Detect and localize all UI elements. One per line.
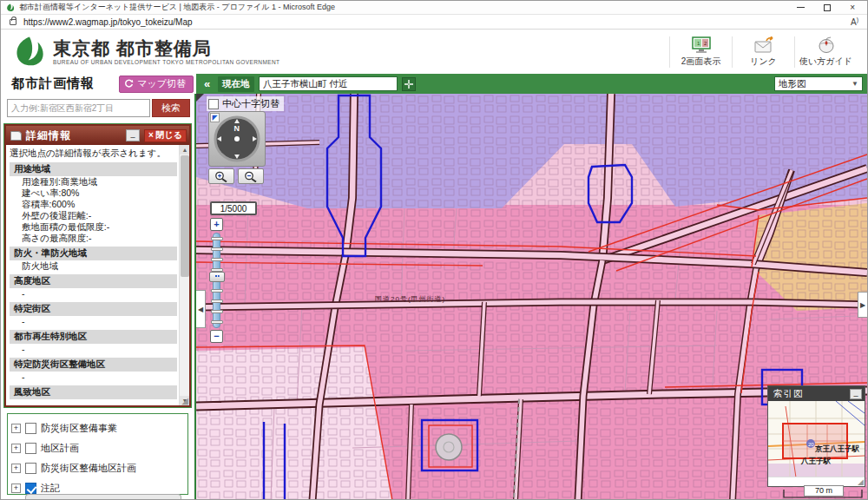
zoom-slider[interactable] bbox=[213, 233, 220, 328]
browser-window: 都市計画情報等インターネット提供サービス | 地図表示 - プロファイル 1 -… bbox=[0, 0, 868, 500]
layer-checkbox[interactable] bbox=[25, 483, 36, 494]
detail-close-button[interactable]: × 閉じる bbox=[144, 129, 187, 142]
basemap-select[interactable]: 地形図 ▼ bbox=[774, 76, 863, 91]
detail-description: 選択地点の詳細情報が表示されます。 bbox=[10, 148, 177, 160]
url-text[interactable]: https://www2.wagmap.jp/tokyo_tokeizu/Map bbox=[23, 17, 193, 27]
location-input[interactable] bbox=[259, 76, 398, 91]
compass-north-label: N bbox=[234, 124, 240, 133]
index-map-panel[interactable]: 索引図 _ 20 京王八王子駅 bbox=[767, 385, 865, 487]
browser-titlebar: 都市計画情報等インターネット提供サービス | 地図表示 - プロファイル 1 -… bbox=[1, 1, 867, 15]
station-label-hachioji: 八王子駅 bbox=[800, 457, 832, 465]
mouse-icon bbox=[815, 36, 838, 54]
expand-icon[interactable]: + bbox=[11, 484, 21, 493]
chevron-down-icon: ▼ bbox=[852, 80, 858, 88]
detail-section-value: - bbox=[10, 316, 177, 327]
zoom-slider-tick[interactable] bbox=[211, 299, 223, 303]
detail-section-value: - bbox=[10, 344, 177, 355]
app-title: 都市計画情報 bbox=[11, 76, 95, 92]
layer-label[interactable]: 注記 bbox=[41, 482, 60, 495]
logo-subtitle: BUREAU OF URBAN DEVELOPMENT TOKYO METROP… bbox=[53, 59, 279, 65]
scroll-up-icon[interactable]: ▲ bbox=[180, 145, 189, 155]
reset-north-icon[interactable]: ◤ bbox=[210, 113, 220, 122]
expand-icon[interactable]: + bbox=[11, 464, 21, 473]
road-label: 国道20号(甲州街道) bbox=[375, 295, 445, 303]
layer-checkbox[interactable] bbox=[25, 463, 36, 474]
collapsed-panel-edge[interactable] bbox=[25, 494, 181, 500]
magnifier-plus-icon bbox=[214, 171, 228, 182]
read-aloud-icon[interactable]: A) bbox=[851, 16, 858, 27]
detail-minimize-button[interactable]: _ bbox=[126, 129, 140, 141]
header-buttons: 12 2画面表示 リンク 使い bbox=[669, 36, 857, 68]
scroll-thumb[interactable] bbox=[181, 155, 189, 277]
search-input[interactable] bbox=[7, 99, 150, 117]
refresh-icon bbox=[124, 79, 134, 89]
detail-scrollbar[interactable]: ▲ ▼ bbox=[179, 145, 189, 405]
location-label: 現在地 bbox=[218, 76, 254, 92]
zoom-in-button[interactable] bbox=[208, 168, 234, 184]
zoom-slider-thumb[interactable] bbox=[209, 272, 225, 282]
layer-label[interactable]: 地区計画 bbox=[41, 442, 79, 455]
close-button[interactable]: × bbox=[850, 3, 855, 12]
index-map-minimize-button[interactable]: _ bbox=[850, 389, 862, 399]
pan-left-tab[interactable]: ◀ bbox=[196, 290, 206, 328]
crosshair-checkbox[interactable] bbox=[208, 99, 219, 109]
site-header: 東京都 都市整備局 BUREAU OF URBAN DEVELOPMENT TO… bbox=[1, 30, 867, 74]
layer-label[interactable]: 防災街区整備地区計画 bbox=[41, 462, 136, 475]
map-canvas[interactable]: 国道20号(甲州街道) 中心十字切替 ◤ N bbox=[196, 94, 867, 500]
detail-section-value: - bbox=[10, 288, 177, 299]
restore-button[interactable] bbox=[824, 4, 831, 11]
expand-icon[interactable]: + bbox=[11, 444, 21, 453]
usage-guide-button[interactable]: 使い方ガイド bbox=[794, 36, 857, 68]
address-search: 検索 bbox=[1, 94, 194, 122]
site-logo[interactable]: 東京都 都市整備局 BUREAU OF URBAN DEVELOPMENT TO… bbox=[13, 36, 279, 69]
map-toolbar: « 現在地 地形図 ▼ bbox=[196, 74, 867, 94]
map-corner-marker bbox=[196, 94, 204, 102]
expand-icon[interactable]: + bbox=[11, 424, 21, 433]
tokyo-symbol-icon bbox=[13, 36, 46, 69]
detail-section-heading: 防火・準防火地域 bbox=[10, 247, 177, 260]
pan-right-tab[interactable]: ▶ bbox=[858, 292, 867, 318]
index-map-drawing: 20 京王八王子駅 八王子駅 bbox=[768, 401, 865, 477]
zoom-slider-tick[interactable] bbox=[211, 320, 223, 324]
map-switch-button[interactable]: マップ切替 bbox=[119, 76, 194, 93]
detail-section-value: 高さの最高限度:- bbox=[10, 233, 177, 244]
zoom-slider-tick[interactable] bbox=[211, 258, 223, 261]
layer-checkbox[interactable] bbox=[25, 423, 36, 434]
slider-zoom-in-button[interactable]: + bbox=[210, 218, 223, 231]
zoom-slider-tick[interactable] bbox=[211, 289, 223, 293]
index-map-header[interactable]: 索引図 _ bbox=[768, 386, 865, 401]
slider-zoom-out-button[interactable]: − bbox=[210, 330, 223, 343]
layer-checkbox[interactable] bbox=[25, 443, 36, 454]
crosshair-icon bbox=[404, 80, 413, 89]
compass-control[interactable]: ◤ N bbox=[208, 111, 266, 167]
scale-indicator[interactable]: 1/5000 bbox=[210, 201, 257, 215]
layer-tree-row: +地区計画 bbox=[11, 438, 184, 458]
link-button[interactable]: リンク bbox=[732, 36, 794, 68]
zoom-slider-tick[interactable] bbox=[211, 237, 223, 240]
detail-section-value: 建ぺい率:80% bbox=[10, 188, 177, 199]
zoom-out-button[interactable] bbox=[238, 168, 264, 184]
zoom-slider-tick[interactable] bbox=[211, 247, 223, 251]
detail-section-heading: 用途地域 bbox=[10, 162, 177, 176]
route-badge: 20 bbox=[808, 442, 814, 447]
dual-screen-button[interactable]: 12 2画面表示 bbox=[669, 36, 732, 68]
detail-resize-handle[interactable]: ◢ bbox=[181, 397, 188, 405]
detail-section-heading: 高度地区 bbox=[10, 274, 177, 288]
detail-section-heading: 特定防災街区整備地区 bbox=[10, 358, 177, 372]
search-button[interactable]: 検索 bbox=[152, 99, 190, 117]
zoom-slider-tick[interactable] bbox=[211, 310, 223, 313]
index-map-body[interactable]: 20 京王八王子駅 八王子駅 bbox=[768, 401, 865, 477]
sidebar-header: 都市計画情報 マップ切替 bbox=[1, 74, 196, 94]
recenter-button[interactable] bbox=[402, 77, 416, 91]
minimize-button[interactable] bbox=[797, 7, 805, 8]
detail-section-heading: 特定街区 bbox=[10, 302, 177, 316]
site-favicon bbox=[6, 3, 15, 12]
detail-panel-header[interactable]: 詳細情報 _ × 閉じる bbox=[6, 126, 189, 145]
detail-section-heading: 風致地区 bbox=[10, 385, 177, 399]
sidebar-collapse-button[interactable]: « bbox=[201, 77, 214, 90]
detail-panel-body: 選択地点の詳細情報が表示されます。 用途地域用途種別:商業地域建ぺい率:80%容… bbox=[6, 145, 189, 405]
layer-tree-row: +防災街区整備地区計画 bbox=[11, 458, 184, 478]
browser-urlbar[interactable]: https://www2.wagmap.jp/tokyo_tokeizu/Map… bbox=[1, 15, 867, 30]
layer-label[interactable]: 防災街区整備事業 bbox=[41, 422, 117, 435]
crosshair-toggle[interactable]: 中心十字切替 bbox=[207, 96, 284, 111]
